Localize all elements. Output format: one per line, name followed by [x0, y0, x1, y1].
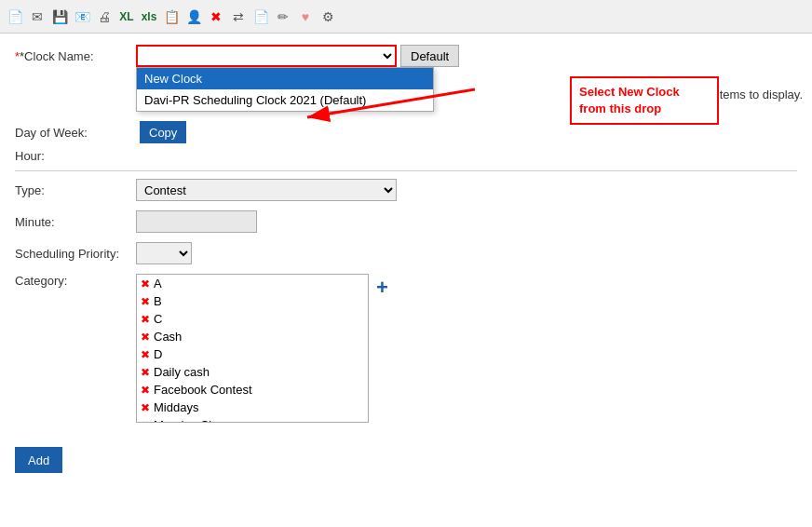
remove-icon-cash[interactable]: ✖ — [141, 331, 150, 344]
annotation-text: Select New Clock from this drop — [579, 85, 680, 115]
remove-icon-b[interactable]: ✖ — [141, 295, 150, 308]
list-item: ✖ Cash — [137, 328, 368, 345]
email-icon[interactable]: 📧 — [73, 7, 91, 26]
clock-name-label: **Clock Name: — [15, 49, 136, 63]
scheduling-priority-row: Scheduling Priority: — [15, 242, 797, 264]
category-label-facebook: Facebook Contest — [154, 383, 252, 397]
dropdown-item-davi[interactable]: Davi-PR Scheduling Clock 2021 (Default) — [137, 89, 433, 111]
excel2-icon[interactable]: xls — [140, 7, 158, 26]
fav-icon[interactable]: ♥ — [296, 7, 315, 26]
dropdown-item-new-clock[interactable]: New Clock — [137, 68, 433, 89]
scheduling-priority-label: Scheduling Priority: — [15, 247, 136, 261]
day-of-week-label: Day of Week: — [15, 126, 136, 140]
items-to-display-text: items to display. — [717, 88, 803, 101]
divider — [15, 170, 797, 171]
priority-select[interactable] — [136, 242, 192, 264]
category-container: ✖ A ✖ B ✖ C ✖ Cash ✖ D — [136, 274, 388, 423]
category-label-d: D — [154, 347, 162, 361]
remove-icon-facebook[interactable]: ✖ — [141, 384, 150, 397]
default-button[interactable]: Default — [400, 45, 459, 67]
category-row: Category: ✖ A ✖ B ✖ C ✖ Cash — [15, 274, 797, 423]
print-icon[interactable]: 🖨 — [95, 7, 114, 26]
category-label: Category: — [15, 274, 136, 288]
remove-icon-morning[interactable]: ✖ — [141, 419, 150, 424]
category-label-daily-cash: Daily cash — [154, 365, 210, 379]
list-item: ✖ C — [137, 310, 368, 328]
category-label-middays: Middays — [154, 400, 198, 414]
minute-input[interactable] — [136, 210, 257, 233]
annotation-box: Select New Clock from this drop — [570, 76, 719, 125]
doc-icon[interactable]: 📋 — [162, 7, 181, 26]
category-label-a: A — [154, 277, 162, 291]
copy2-icon[interactable]: 📄 — [251, 7, 270, 26]
main-form: **Clock Name: New Clock Davi-PR Scheduli… — [0, 34, 812, 484]
arrows-icon[interactable]: ⇄ — [229, 7, 248, 26]
save-icon[interactable]: ✉ — [28, 7, 47, 26]
type-label: Type: — [15, 183, 136, 197]
category-label-c: C — [154, 312, 162, 326]
minute-label: Minute: — [15, 215, 136, 229]
remove-icon-middays[interactable]: ✖ — [141, 401, 150, 414]
remove-icon-c[interactable]: ✖ — [141, 313, 150, 326]
category-label-cash: Cash — [154, 330, 182, 344]
remove-icon-daily-cash[interactable]: ✖ — [141, 366, 150, 379]
edit-icon[interactable]: ✏ — [274, 7, 292, 26]
type-row: Type: Contest — [15, 179, 797, 201]
list-item: ✖ Morning Show — [137, 416, 368, 423]
copy-button-2[interactable]: Copy — [140, 121, 186, 143]
list-item: ✖ Middays — [137, 399, 368, 416]
remove-icon-a[interactable]: ✖ — [141, 277, 150, 291]
category-list[interactable]: ✖ A ✖ B ✖ C ✖ Cash ✖ D — [136, 274, 369, 423]
hour-label: Hour: — [15, 149, 136, 163]
list-item: ✖ D — [137, 345, 368, 363]
delete-icon[interactable]: ✖ — [207, 7, 225, 26]
add-category-button[interactable]: + — [376, 277, 388, 298]
list-item: ✖ Daily cash — [137, 363, 368, 381]
excel-icon[interactable]: XL — [117, 7, 136, 26]
list-item: ✖ Facebook Contest — [137, 381, 368, 399]
clock-name-dropdown: New Clock Davi-PR Scheduling Clock 2021 … — [136, 67, 434, 112]
clock-name-select[interactable]: New Clock Davi-PR Scheduling Clock 2021 … — [136, 45, 397, 67]
type-select[interactable]: Contest — [136, 179, 397, 201]
person-icon[interactable]: 👤 — [184, 7, 203, 26]
clock-name-row: **Clock Name: New Clock Davi-PR Scheduli… — [15, 45, 797, 67]
category-label-morning: Morning Show — [154, 418, 231, 423]
disk-icon[interactable]: 💾 — [50, 7, 69, 26]
list-item: ✖ A — [137, 275, 368, 292]
settings-icon[interactable]: ⚙ — [318, 7, 337, 26]
minute-row: Minute: — [15, 210, 797, 233]
category-label-b: B — [154, 294, 162, 308]
add-button[interactable]: Add — [15, 447, 62, 473]
clock-name-container: New Clock Davi-PR Scheduling Clock 2021 … — [136, 45, 397, 67]
hour-row: Hour: — [15, 149, 797, 163]
toolbar: 📄 ✉ 💾 📧 🖨 XL xls 📋 👤 ✖ ⇄ 📄 ✏ ♥ ⚙ — [0, 0, 812, 34]
remove-icon-d[interactable]: ✖ — [141, 348, 150, 361]
new-icon[interactable]: 📄 — [6, 7, 24, 26]
list-item: ✖ B — [137, 292, 368, 310]
